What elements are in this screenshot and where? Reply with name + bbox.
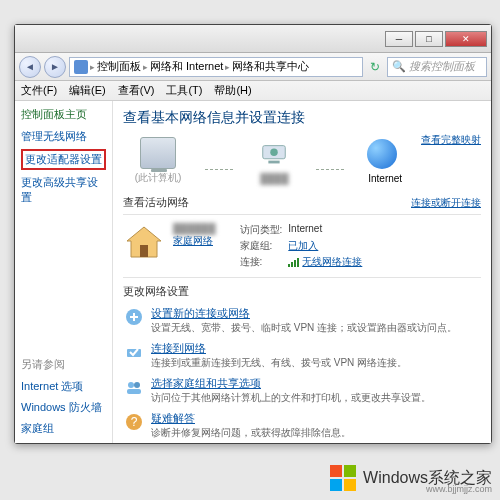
- sidebar-link-internet-options[interactable]: Internet 选项: [21, 378, 106, 395]
- search-icon: 🔍: [392, 60, 406, 73]
- map-node-network[interactable]: ████: [256, 139, 292, 184]
- homegroup-label: 家庭组:: [240, 239, 283, 253]
- task-connect-network[interactable]: 连接到网络连接到或重新连接到无线、有线、拨号或 VPN 网络连接。: [123, 338, 481, 373]
- access-type-value: Internet: [288, 223, 362, 237]
- home-network-icon: [123, 223, 165, 261]
- home-network-link[interactable]: 家庭网络: [173, 234, 216, 248]
- computer-icon: [140, 137, 176, 169]
- task-troubleshoot[interactable]: ? 疑难解答诊断并修复网络问题，或获得故障排除信息。: [123, 408, 481, 443]
- task-desc: 设置无线、宽带、拨号、临时或 VPN 连接；或设置路由器或访问点。: [151, 322, 457, 333]
- chevron-right-icon: ▸: [143, 62, 148, 72]
- menu-bar: 文件(F) 编辑(E) 查看(V) 工具(T) 帮助(H): [15, 81, 491, 101]
- task-title[interactable]: 选择家庭组和共享选项: [151, 376, 431, 391]
- titlebar: ─ □ ✕: [15, 25, 491, 53]
- menu-edit[interactable]: 编辑(E): [69, 83, 106, 98]
- connection-label: 连接:: [240, 255, 283, 269]
- task-title[interactable]: 疑难解答: [151, 411, 351, 426]
- menu-help[interactable]: 帮助(H): [214, 83, 251, 98]
- windows-logo-icon: [329, 464, 357, 492]
- network-icon: [256, 139, 292, 171]
- control-panel-icon: [74, 60, 88, 74]
- control-panel-window: ─ □ ✕ ◄ ► ▸ 控制面板 ▸ 网络和 Internet ▸ 网络和共享中…: [14, 24, 492, 444]
- map-connector: [316, 169, 344, 170]
- network-map: (此计算机) ████ Internet 查看完整映射: [123, 133, 481, 189]
- page-heading: 查看基本网络信息并设置连接: [123, 109, 481, 127]
- map-connector: [205, 169, 233, 170]
- task-desc: 访问位于其他网络计算机上的文件和打印机，或更改共享设置。: [151, 392, 431, 403]
- task-list: 设置新的连接或网络设置无线、宽带、拨号、临时或 VPN 连接；或设置路由器或访问…: [123, 303, 481, 443]
- refresh-button[interactable]: ↻: [366, 58, 384, 76]
- svg-point-2: [271, 148, 279, 156]
- breadcrumb-item[interactable]: 控制面板: [97, 59, 141, 74]
- sidebar-link-adapter[interactable]: 更改适配器设置: [25, 151, 102, 168]
- minimize-button[interactable]: ─: [385, 31, 413, 47]
- active-network-card: ██████ 家庭网络 访问类型: Internet 家庭组: 已加入 连接: …: [123, 219, 481, 273]
- maximize-button[interactable]: □: [415, 31, 443, 47]
- forward-button[interactable]: ►: [44, 56, 66, 78]
- chevron-right-icon: ▸: [90, 62, 95, 72]
- active-networks-label: 查看活动网络: [123, 195, 189, 210]
- task-desc: 连接到或重新连接到无线、有线、拨号或 VPN 网络连接。: [151, 357, 407, 368]
- svg-rect-1: [269, 160, 280, 163]
- change-settings-label: 更改网络设置: [123, 284, 189, 299]
- task-title[interactable]: 连接到网络: [151, 341, 407, 356]
- sidebar-link-adapter-highlighted: 更改适配器设置: [21, 149, 106, 170]
- connection-value[interactable]: 无线网络连接: [302, 256, 362, 267]
- svg-text:?: ?: [131, 415, 138, 429]
- menu-tools[interactable]: 工具(T): [166, 83, 202, 98]
- svg-point-7: [128, 382, 134, 388]
- search-input[interactable]: 🔍 搜索控制面板: [387, 57, 487, 77]
- sidebar-link-wireless[interactable]: 管理无线网络: [21, 128, 106, 145]
- address-bar: ◄ ► ▸ 控制面板 ▸ 网络和 Internet ▸ 网络和共享中心 ↻ 🔍 …: [15, 53, 491, 81]
- sidebar: 控制面板主页 管理无线网络 更改适配器设置 更改高级共享设置 另请参阅 Inte…: [15, 101, 113, 443]
- back-button[interactable]: ◄: [19, 56, 41, 78]
- active-networks-header: 查看活动网络 连接或断开连接: [123, 195, 481, 210]
- svg-rect-4: [140, 245, 148, 257]
- troubleshoot-icon: ?: [123, 411, 145, 433]
- watermark: Windows系统之家 www.bjjmjjz.com: [329, 464, 492, 492]
- connect-network-icon: [123, 341, 145, 363]
- task-desc: 诊断并修复网络问题，或获得故障排除信息。: [151, 427, 351, 438]
- internet-label: Internet: [368, 173, 402, 184]
- setup-connection-icon: [123, 306, 145, 328]
- homegroup-value[interactable]: 已加入: [288, 240, 318, 251]
- breadcrumb-item[interactable]: 网络和共享中心: [232, 59, 309, 74]
- sidebar-link-sharing[interactable]: 更改高级共享设置: [21, 174, 106, 206]
- full-map-link[interactable]: 查看完整映射: [421, 133, 481, 147]
- close-button[interactable]: ✕: [445, 31, 487, 47]
- connect-disconnect-link[interactable]: 连接或断开连接: [411, 196, 481, 210]
- menu-file[interactable]: 文件(F): [21, 83, 57, 98]
- homegroup-icon: [123, 376, 145, 398]
- map-node-internet[interactable]: Internet: [367, 139, 403, 184]
- window-body: 控制面板主页 管理无线网络 更改适配器设置 更改高级共享设置 另请参阅 Inte…: [15, 101, 491, 443]
- task-homegroup[interactable]: 选择家庭组和共享选项访问位于其他网络计算机上的文件和打印机，或更改共享设置。: [123, 373, 481, 408]
- access-type-label: 访问类型:: [240, 223, 283, 237]
- sidebar-title[interactable]: 控制面板主页: [21, 107, 106, 122]
- chevron-right-icon: ▸: [225, 62, 230, 72]
- breadcrumb[interactable]: ▸ 控制面板 ▸ 网络和 Internet ▸ 网络和共享中心: [69, 57, 363, 77]
- change-settings-header: 更改网络设置: [123, 284, 481, 299]
- signal-icon: [288, 257, 300, 267]
- sidebar-link-homegroup[interactable]: 家庭组: [21, 420, 106, 437]
- menu-view[interactable]: 查看(V): [118, 83, 155, 98]
- globe-icon: [367, 139, 403, 171]
- svg-point-8: [134, 382, 140, 388]
- sidebar-link-firewall[interactable]: Windows 防火墙: [21, 399, 106, 416]
- sidebar-seealso-title: 另请参阅: [21, 357, 106, 372]
- task-setup-connection[interactable]: 设置新的连接或网络设置无线、宽带、拨号、临时或 VPN 连接；或设置路由器或访问…: [123, 303, 481, 338]
- watermark-domain: www.bjjmjjz.com: [426, 484, 492, 494]
- content-pane: 查看基本网络信息并设置连接 (此计算机) ████: [113, 101, 491, 443]
- svg-rect-9: [127, 389, 141, 394]
- breadcrumb-item[interactable]: 网络和 Internet: [150, 59, 223, 74]
- search-placeholder: 搜索控制面板: [409, 59, 475, 74]
- thispc-label: (此计算机): [135, 171, 182, 185]
- map-node-thispc[interactable]: (此计算机): [135, 137, 182, 185]
- task-title[interactable]: 设置新的连接或网络: [151, 306, 457, 321]
